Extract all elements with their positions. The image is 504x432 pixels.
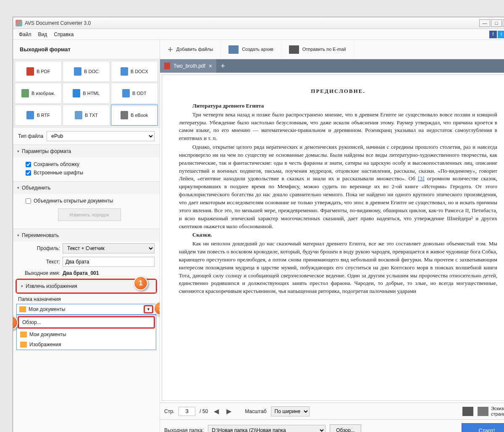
page-total: / 50: [200, 408, 208, 414]
dropdown-opt-browse[interactable]: Обзор...: [18, 316, 155, 329]
dest-folder-label: Папка назначения: [13, 295, 160, 303]
window-title: AVS Document Converter 3.0: [25, 20, 91, 26]
dropdown-opt-mydocs[interactable]: Мои документы: [17, 329, 156, 340]
tab-label: Two_broth.pdf: [173, 63, 205, 69]
doc-paragraph: Однако, открытие целого ряда иератически…: [179, 143, 497, 230]
create-archive-label: Создать архив: [242, 47, 273, 52]
create-archive-button[interactable]: Создать архив: [221, 40, 281, 59]
format-doc[interactable]: В DOC: [63, 61, 110, 82]
chevron-down-icon[interactable]: ▼: [144, 305, 153, 313]
format-txt[interactable]: В TXT: [63, 105, 110, 126]
page-label: Стр.: [164, 408, 174, 414]
tab-document[interactable]: Two_broth.pdf ×: [160, 59, 216, 73]
tab-close-icon[interactable]: ×: [209, 63, 212, 69]
plus-icon: +: [168, 44, 173, 55]
browse-button[interactable]: Обзор...: [330, 424, 361, 432]
zoom-label: Масштаб: [245, 408, 266, 414]
archive-icon: [228, 45, 239, 54]
dest-folder-dropdown: Обзор... Мои документы Изображения: [16, 315, 156, 350]
pdf-icon: [164, 63, 170, 69]
text-label: Текст:: [18, 259, 60, 265]
folder-icon: [20, 342, 27, 348]
format-image[interactable]: В изображ.: [15, 83, 62, 104]
html-icon: [73, 89, 80, 97]
format-ebook[interactable]: В eBook: [111, 105, 158, 126]
titlebar: AVS Document Converter 3.0 — □ ✕: [13, 17, 504, 29]
doc-subtitle-2: Сказки.: [179, 231, 497, 239]
menu-help[interactable]: Справка: [50, 30, 77, 39]
maximize-button[interactable]: □: [491, 19, 502, 27]
page-input[interactable]: [178, 407, 195, 416]
rtf-icon: [26, 111, 34, 119]
docx-icon: [121, 67, 128, 76]
zoom-select[interactable]: По ширине: [271, 406, 310, 416]
doc-paragraph: Как ни неполон дошедший до нас сказочный…: [179, 240, 497, 295]
folder-icon: [20, 332, 27, 337]
section-format-params[interactable]: ▾Параметры формата: [13, 145, 160, 158]
ebook-icon: [121, 111, 128, 119]
twitter-icon[interactable]: t: [498, 31, 504, 38]
folder-icon: [19, 306, 26, 312]
thumbnails-label[interactable]: Эскизы страниц: [491, 406, 504, 416]
send-email-label: Отправить по E-mail: [302, 47, 346, 52]
send-email-button[interactable]: Отправить по E-mail: [281, 40, 354, 59]
doc-title: ПРЕДИСЛОВИЕ.: [179, 87, 497, 95]
merge-open-checkbox[interactable]: Объединить открытые документы: [26, 197, 153, 205]
sidebar-title: Выходной формат: [13, 40, 160, 59]
outfolder-select[interactable]: D:\Новая папка (2)\Новая папка: [208, 425, 326, 432]
prev-page-icon[interactable]: ◀: [212, 407, 220, 415]
annotation-marker-1: 1: [134, 276, 148, 290]
print-icon[interactable]: [462, 407, 473, 416]
save-cover-checkbox[interactable]: Сохранить обложку: [26, 160, 153, 169]
filetype-select[interactable]: ePub: [47, 131, 155, 141]
format-pdf[interactable]: В PDF: [15, 61, 62, 82]
add-files-label: Добавить файлы: [176, 47, 213, 52]
outname-label: Выходное имя:: [18, 270, 60, 276]
outfolder-label: Выходная папка:: [164, 427, 204, 432]
section-merge[interactable]: ▾Объединить: [13, 181, 160, 194]
format-rtf[interactable]: В RTF: [15, 105, 62, 126]
doc-icon: [74, 67, 81, 76]
format-html[interactable]: В HTML: [63, 83, 110, 104]
document-preview[interactable]: ПРЕДИСЛОВИЕ. Литература древнего Египта …: [162, 74, 504, 401]
format-odt[interactable]: В ODT: [111, 83, 158, 104]
app-logo-icon: [16, 20, 22, 26]
dest-folder-value: Мои документы: [29, 306, 65, 312]
tab-add-button[interactable]: +: [216, 62, 229, 71]
format-docx[interactable]: В DOCX: [111, 61, 158, 82]
email-icon: [289, 45, 299, 54]
text-input[interactable]: [63, 257, 155, 267]
section-rename[interactable]: ▾Переименовать: [13, 229, 160, 242]
odt-icon: [122, 89, 130, 97]
embed-fonts-checkbox[interactable]: Встроенные шрифты: [26, 169, 153, 177]
start-button[interactable]: Старт!: [462, 423, 504, 432]
facebook-icon[interactable]: f: [489, 31, 497, 38]
profile-select[interactable]: Текст + Счетчик: [63, 243, 155, 253]
next-page-icon[interactable]: ▶: [225, 407, 233, 415]
dropdown-opt-images[interactable]: Изображения: [17, 340, 156, 350]
doc-footnote-link[interactable]: [3]: [418, 175, 424, 182]
image-icon: [21, 89, 29, 97]
outname-value: Два брата_001: [63, 270, 155, 276]
minimize-button[interactable]: —: [479, 19, 490, 27]
dest-folder-combo[interactable]: Мои документы ▼: [16, 304, 156, 315]
sidebar: В PDF В DOC В DOCX В изображ. В HTML В O…: [13, 59, 160, 432]
doc-paragraph: Три четверти века назад и позже было рас…: [179, 111, 497, 142]
thumbnails-icon[interactable]: [478, 407, 488, 416]
txt-icon: [75, 111, 82, 119]
menubar: Файл Вид Справка f t ▶: [13, 29, 504, 40]
add-files-button[interactable]: + Добавить файлы: [160, 40, 221, 59]
change-order-button: Изменить порядок: [58, 208, 121, 221]
tab-bar: Two_broth.pdf × + ▼: [160, 59, 504, 73]
profile-label: Профиль:: [18, 245, 60, 251]
filetype-label: Тип файла: [18, 133, 43, 139]
pdf-icon: [26, 67, 34, 76]
menu-file[interactable]: Файл: [16, 30, 35, 39]
menu-view[interactable]: Вид: [35, 30, 51, 39]
doc-subtitle-1: Литература древнего Египта: [179, 102, 497, 110]
